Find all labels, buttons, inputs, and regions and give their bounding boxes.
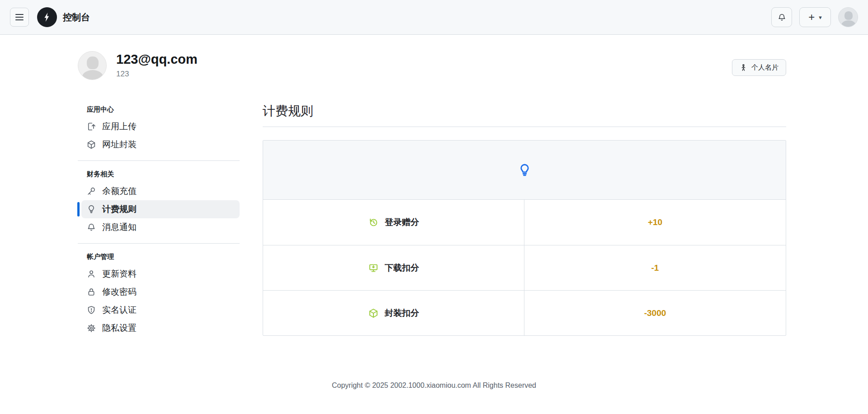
rule-value: +10: [648, 217, 662, 227]
shield-icon: [86, 305, 96, 315]
gear-icon: [86, 323, 96, 333]
table-row: 下载扣分 -1: [263, 245, 786, 290]
sidebar-item-label: 余额充值: [102, 185, 137, 197]
billing-rules-table: 登录赠分 +10: [263, 140, 786, 336]
sidebar-item-balance-recharge[interactable]: 余额充值: [81, 182, 240, 200]
rule-value: -3000: [644, 308, 666, 318]
table-row: 封装扣分 -3000: [263, 290, 786, 335]
sidebar-item-real-name-verification[interactable]: 实名认证: [81, 301, 240, 319]
lightbulb-icon: [86, 204, 96, 214]
top-navbar: 控制台 + ▾: [0, 0, 868, 35]
sidebar-item-privacy-settings[interactable]: 隐私设置: [81, 319, 240, 337]
sidebar-item-label: 网址封装: [102, 139, 137, 151]
upload-icon: [86, 122, 96, 132]
rule-value: -1: [651, 263, 659, 273]
copyright-footer: Copyright © 2025 2002.1000.xiaomiou.com …: [0, 381, 868, 390]
bell-icon: [777, 13, 787, 22]
profile-username: 123: [116, 70, 198, 79]
sidebar-item-label: 隐私设置: [102, 322, 137, 334]
person-figure-icon: [740, 64, 747, 71]
key-icon: [86, 186, 96, 196]
cube-icon: [368, 308, 379, 319]
sidebar-item-label: 更新资料: [102, 268, 137, 280]
profile-header: 123@qq.com 123 个人名片: [78, 51, 786, 80]
person-icon: [86, 269, 96, 279]
personal-card-label: 个人名片: [751, 63, 778, 72]
chevron-down-icon: ▾: [819, 14, 822, 21]
rule-label: 登录赠分: [385, 216, 419, 228]
lock-icon: [86, 287, 96, 297]
rule-label: 下载扣分: [385, 262, 419, 274]
main-content: 计费规则: [263, 103, 786, 337]
profile-avatar: [78, 51, 107, 80]
sidebar-section-header: 帐户管理: [78, 250, 240, 265]
sidebar-item-label: 修改密码: [102, 286, 137, 298]
brand-logo[interactable]: [37, 7, 57, 27]
table-header: [263, 141, 786, 200]
sidebar-section-app-center: 应用中心 应用上传: [78, 103, 240, 154]
sidebar: 应用中心 应用上传: [78, 103, 240, 337]
sidebar-item-label: 实名认证: [102, 304, 137, 316]
sidebar-toggle-button[interactable]: [10, 8, 29, 27]
package-icon: [86, 140, 96, 150]
sidebar-item-label: 计费规则: [102, 203, 137, 215]
sidebar-item-message-notifications[interactable]: 消息通知: [81, 218, 240, 236]
profile-email: 123@qq.com: [116, 52, 198, 67]
create-new-button[interactable]: + ▾: [799, 7, 831, 27]
hamburger-icon: [15, 14, 24, 15]
sidebar-item-label: 应用上传: [102, 121, 137, 132]
download-icon: [368, 263, 379, 273]
table-row: 登录赠分 +10: [263, 200, 786, 245]
bell-icon: [86, 222, 96, 232]
personal-card-button[interactable]: 个人名片: [732, 59, 786, 76]
sidebar-item-app-upload[interactable]: 应用上传: [81, 118, 240, 136]
rule-label: 封装扣分: [385, 307, 419, 319]
sidebar-section-finance: 财务相关 余额充值: [78, 160, 240, 236]
sidebar-item-label: 消息通知: [102, 221, 137, 233]
page-title: 计费规则: [263, 103, 786, 127]
sidebar-section-header: 应用中心: [78, 103, 240, 118]
app-title: 控制台: [63, 11, 90, 24]
notifications-button[interactable]: [771, 7, 792, 27]
lightning-bolt-icon: [42, 12, 52, 23]
sidebar-item-update-profile[interactable]: 更新资料: [81, 265, 240, 283]
sidebar-section-account: 帐户管理 更新资料: [78, 243, 240, 337]
sidebar-section-header: 财务相关: [78, 167, 240, 182]
sidebar-item-change-password[interactable]: 修改密码: [81, 283, 240, 301]
user-avatar[interactable]: [838, 7, 858, 27]
sidebar-item-billing-rules[interactable]: 计费规则: [81, 200, 240, 218]
sidebar-item-url-packaging[interactable]: 网址封装: [81, 136, 240, 154]
lightbulb-icon: [517, 163, 532, 178]
plus-icon: +: [808, 12, 815, 23]
history-clock-icon: [368, 217, 379, 228]
